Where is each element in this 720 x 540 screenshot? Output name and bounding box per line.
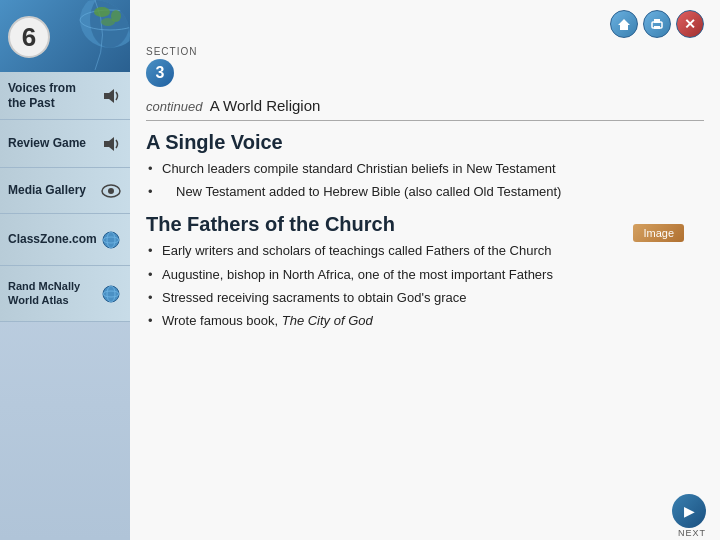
svg-point-5 — [101, 18, 115, 26]
main-content: ✕ SECTION 3 continued A World Religion A… — [130, 0, 720, 540]
print-button[interactable] — [643, 10, 671, 38]
svg-point-10 — [103, 232, 119, 248]
sidebar-item-media-gallery[interactable]: Media Gallery — [0, 168, 130, 214]
bullet-item: Stressed receiving sacraments to obtain … — [146, 289, 704, 307]
sidebar-item-rand-mcnally[interactable]: Rand McNally World Atlas — [0, 266, 130, 322]
close-icon: ✕ — [684, 16, 696, 32]
bullet-item: Wrote famous book, The City of God — [146, 312, 704, 330]
svg-point-3 — [94, 7, 110, 17]
heading-fathers: The Fathers of the Church — [146, 213, 704, 236]
review-game-label: Review Game — [8, 136, 96, 150]
section-title: A World Religion — [210, 97, 321, 114]
svg-marker-16 — [618, 19, 630, 30]
next-button[interactable] — [672, 494, 706, 528]
next-label: NEXT — [678, 528, 706, 538]
sidebar-item-review-game[interactable]: Review Game — [0, 120, 130, 168]
svg-point-13 — [103, 286, 119, 302]
sidebar-header: 6 — [0, 0, 130, 72]
globe-decoration — [60, 0, 130, 70]
top-controls: ✕ — [146, 10, 704, 42]
bullet-item: New Testament added to Hebrew Bible (als… — [146, 183, 704, 201]
heading-single-voice: A Single Voice — [146, 131, 704, 154]
speaker-icon-review — [100, 133, 122, 155]
bullet-item: Church leaders compile standard Christia… — [146, 160, 704, 178]
section-number-badge: 3 — [146, 59, 174, 87]
bullet-item: Early writers and scholars of teachings … — [146, 242, 704, 260]
voices-past-label: Voices from the Past — [8, 81, 96, 110]
continued-label: continued — [146, 99, 202, 114]
chapter-number-badge: 6 — [8, 16, 50, 58]
bullet-list-fathers: Early writers and scholars of teachings … — [146, 242, 704, 330]
home-button[interactable] — [610, 10, 638, 38]
speaker-icon-voices — [100, 85, 122, 107]
sidebar: 6 Voices from the Past Review — [0, 0, 130, 540]
globe-icon-classzone — [101, 229, 122, 251]
svg-rect-18 — [654, 19, 660, 23]
globe-icon-rand — [100, 283, 122, 305]
image-badge[interactable]: Image — [633, 224, 684, 242]
svg-marker-6 — [104, 89, 114, 103]
svg-point-9 — [108, 188, 114, 194]
rand-mcnally-label: Rand McNally World Atlas — [8, 280, 96, 306]
eye-icon-media — [100, 180, 122, 202]
bullet-item: Augustine, bishop in North Africa, one o… — [146, 266, 704, 284]
sidebar-item-classzone[interactable]: ClassZone.com — [0, 214, 130, 266]
svg-marker-7 — [104, 137, 114, 151]
sidebar-item-voices-past[interactable]: Voices from the Past — [0, 72, 130, 120]
continued-title-bar: continued A World Religion — [146, 97, 704, 121]
media-gallery-label: Media Gallery — [8, 183, 96, 197]
bullet-list-single-voice: Church leaders compile standard Christia… — [146, 160, 704, 201]
close-button[interactable]: ✕ — [676, 10, 704, 38]
classzone-label: ClassZone.com — [8, 232, 97, 246]
svg-rect-19 — [654, 26, 660, 29]
section-label: SECTION — [146, 46, 704, 57]
